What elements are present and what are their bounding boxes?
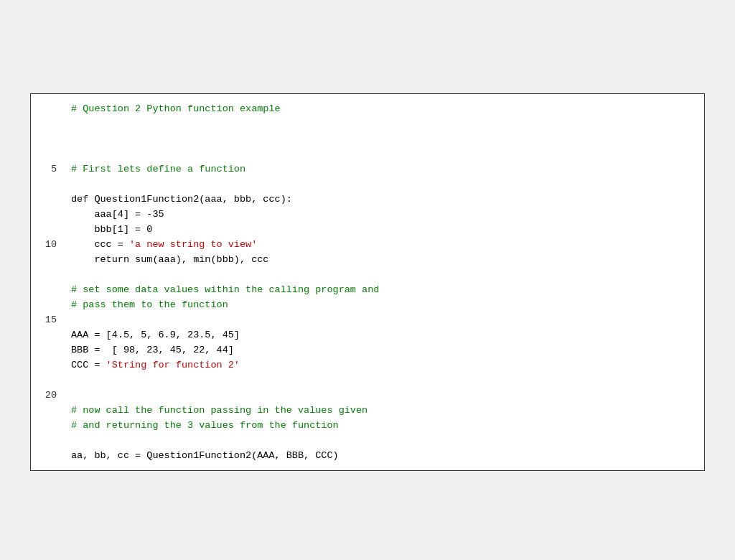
- line-number: [31, 433, 57, 448]
- line-number: [31, 358, 57, 373]
- code-line: [71, 388, 697, 403]
- line-number: 20: [31, 388, 57, 403]
- code-line: bbb[1] = 0: [71, 222, 697, 237]
- code-line: [71, 373, 697, 388]
- code-line: # now call the function passing in the v…: [71, 403, 697, 418]
- page-container: 5101520 # Question 2 Python function exa…: [0, 0, 735, 560]
- code-line: # set some data values within the callin…: [71, 282, 697, 297]
- line-number: [31, 192, 57, 207]
- code-line: [71, 146, 697, 162]
- code-line: [71, 131, 697, 146]
- code-line: BBB = [ 98, 23, 45, 22, 44]: [71, 342, 697, 358]
- code-line: # Question 2 Python function example: [71, 101, 697, 116]
- line-number: [31, 327, 57, 342]
- code-area: # Question 2 Python function example # F…: [61, 94, 704, 470]
- code-line: ccc = 'a new string to view': [71, 237, 697, 252]
- line-number: [31, 342, 57, 358]
- line-number: [31, 297, 57, 312]
- line-number: 15: [31, 312, 57, 327]
- line-number: 5: [31, 162, 57, 177]
- code-line: # pass them to the function: [71, 297, 697, 312]
- code-line: [71, 177, 697, 192]
- code-line: [71, 116, 697, 131]
- code-box: 5101520 # Question 2 Python function exa…: [30, 93, 705, 471]
- code-line: return sum(aaa), min(bbb), ccc: [71, 252, 697, 267]
- line-number: [31, 373, 57, 388]
- line-number: [31, 131, 57, 146]
- code-line: [71, 433, 697, 448]
- line-number: [31, 448, 57, 463]
- line-number: [31, 222, 57, 237]
- code-line: # and returning the 3 values from the fu…: [71, 418, 697, 433]
- code-line: aaa[4] = -35: [71, 207, 697, 222]
- line-number: [31, 252, 57, 267]
- line-number: [31, 207, 57, 222]
- code-line: [71, 267, 697, 282]
- line-number: [31, 403, 57, 418]
- code-line: # First lets define a function: [71, 162, 697, 177]
- line-number: [31, 267, 57, 282]
- line-number: [31, 418, 57, 433]
- line-number: 10: [31, 237, 57, 252]
- line-number: [31, 101, 57, 116]
- line-number: [31, 177, 57, 192]
- line-numbers: 5101520: [31, 94, 61, 470]
- code-line: CCC = 'String for function 2': [71, 358, 697, 373]
- line-number: [31, 282, 57, 297]
- line-number: [31, 146, 57, 162]
- code-line: aa, bb, cc = Question1Function2(AAA, BBB…: [71, 448, 697, 463]
- code-line: def Question1Function2(aaa, bbb, ccc):: [71, 192, 697, 207]
- code-line: [71, 312, 697, 327]
- code-content: 5101520 # Question 2 Python function exa…: [31, 94, 704, 470]
- line-number: [31, 116, 57, 131]
- code-line: AAA = [4.5, 5, 6.9, 23.5, 45]: [71, 327, 697, 342]
